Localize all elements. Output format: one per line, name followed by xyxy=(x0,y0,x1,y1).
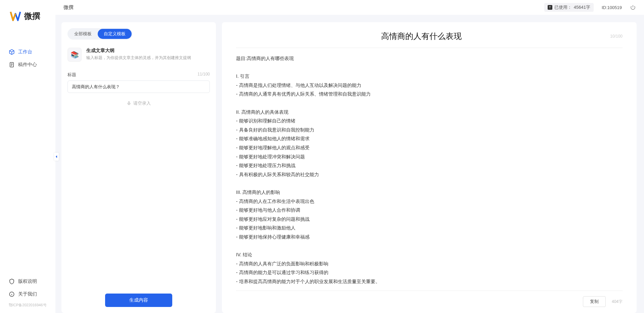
books-icon: 📚 xyxy=(71,51,79,59)
voice-input-button[interactable]: 请空录入 xyxy=(67,100,210,106)
template-tabs: 全部模板 自定义模板 xyxy=(67,28,132,40)
template-title: 生成文章大纲 xyxy=(86,48,191,54)
logo: 微撰 xyxy=(0,0,55,29)
usage-value: 45641字 xyxy=(574,4,590,10)
nav-drafts[interactable]: 稿件中心 xyxy=(0,58,55,71)
template-card: 📚 生成文章大纲 输入标题，为你提供文章主体的灵感，并为其创建推文提纲 xyxy=(67,48,210,62)
generate-button[interactable]: 生成内容 xyxy=(105,294,172,307)
nav-copyright[interactable]: 版权说明 xyxy=(0,275,55,288)
title-input[interactable] xyxy=(67,81,210,93)
topbar: 微撰 T 已使用： 45641字 ID:100519 xyxy=(55,0,644,15)
form-section: 标题 11/100 xyxy=(67,72,210,93)
usage-icon: T xyxy=(548,5,552,10)
usage-prefix: 已使用： xyxy=(554,4,572,10)
nav-workbench[interactable]: 工作台 xyxy=(0,46,55,58)
logo-text: 微撰 xyxy=(24,11,40,21)
logo-icon xyxy=(9,10,21,22)
mic-icon xyxy=(127,101,131,106)
template-desc: 输入标题，为你提供文章主体的灵感，并为其创建推文提纲 xyxy=(86,55,191,61)
template-icon: 📚 xyxy=(67,48,82,62)
output-word-count: 404字 xyxy=(612,299,623,305)
field-label: 标题 xyxy=(67,72,76,78)
collapse-handle[interactable] xyxy=(54,153,59,161)
svg-rect-2 xyxy=(128,102,130,104)
nav-about[interactable]: 关于我们 xyxy=(0,288,55,301)
sidebar: 微撰 工作台 稿件中心 版权说明 关于我们 鄂ICP备202201 xyxy=(0,0,55,313)
field-count: 11/100 xyxy=(197,72,210,78)
icp-text: 鄂ICP备2022016946号 xyxy=(0,301,55,310)
nav-label: 工作台 xyxy=(18,49,32,55)
voice-hint: 请空录入 xyxy=(133,100,151,106)
document-icon xyxy=(9,62,15,68)
nav: 工作台 稿件中心 xyxy=(0,29,55,275)
user-id: ID:100519 xyxy=(602,5,622,10)
output-body[interactable]: 题目:高情商的人有哪些表现 I. 引言 - 高情商是指人们处理情绪、与他人互动以… xyxy=(236,48,623,291)
output-title[interactable]: 高情商的人有什么表现 xyxy=(236,31,607,42)
tab-custom-templates[interactable]: 自定义模板 xyxy=(98,29,132,39)
chevron-left-icon xyxy=(55,155,58,158)
sidebar-bottom: 版权说明 关于我们 鄂ICP备2022016946号 xyxy=(0,275,55,313)
nav-label: 稿件中心 xyxy=(18,62,37,68)
power-icon[interactable] xyxy=(630,4,636,10)
copy-button[interactable]: 复制 xyxy=(583,296,606,307)
app-title: 微撰 xyxy=(63,4,74,11)
config-panel: 全部模板 自定义模板 📚 生成文章大纲 输入标题，为你提供文章主体的灵感，并为其… xyxy=(61,22,216,313)
cube-icon xyxy=(9,49,15,55)
usage-badge[interactable]: T 已使用： 45641字 xyxy=(544,3,594,12)
output-panel: 高情商的人有什么表现 10/100 题目:高情商的人有哪些表现 I. 引言 - … xyxy=(222,22,637,313)
nav-label: 版权说明 xyxy=(18,278,37,284)
shield-icon xyxy=(9,278,15,284)
output-title-count: 10/100 xyxy=(610,34,623,39)
tab-all-templates[interactable]: 全部模板 xyxy=(68,29,98,39)
info-icon xyxy=(9,291,15,297)
nav-label: 关于我们 xyxy=(18,291,37,297)
